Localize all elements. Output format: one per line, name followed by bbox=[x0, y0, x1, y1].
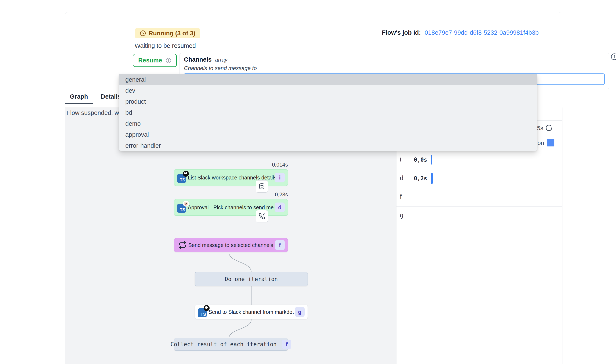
dropdown-option-general[interactable]: general bbox=[119, 74, 537, 85]
node-duration: 0,014s bbox=[246, 162, 288, 168]
timeline-row[interactable]: g bbox=[396, 207, 562, 225]
dropdown-option-demo[interactable]: demo bbox=[119, 118, 537, 129]
flow-node-send-to-slack-channel[interactable]: TS Send to Slack channel from markdo… g bbox=[195, 305, 308, 319]
timeline-execution-bar bbox=[431, 155, 432, 165]
node-duration: 0,23s bbox=[246, 192, 288, 198]
deno-logo-icon bbox=[183, 170, 189, 177]
loop-icon bbox=[178, 241, 186, 249]
node-label: Collect result of each iteration bbox=[170, 341, 277, 348]
timeline-step-id: d bbox=[400, 174, 404, 182]
field-type: array bbox=[215, 56, 228, 63]
node-step-badge: i bbox=[275, 173, 285, 182]
resume-button[interactable]: Resume bbox=[133, 54, 177, 67]
field-header: Channels array bbox=[184, 56, 228, 63]
node-step-badge: g bbox=[295, 307, 305, 317]
flow-node-do-one-iteration[interactable]: Do one iteration bbox=[195, 272, 308, 286]
active-tab-underline bbox=[65, 103, 93, 104]
timeline-step-duration: 0,2s bbox=[414, 175, 427, 182]
field-label: Channels bbox=[184, 56, 212, 63]
flow-node-approval-pick-channels[interactable]: TS Approval - Pick channels to send me… … bbox=[174, 199, 288, 216]
info-icon bbox=[166, 58, 171, 64]
tab-graph[interactable]: Graph bbox=[70, 93, 88, 100]
bun-logo-icon bbox=[183, 200, 189, 207]
dropdown-option-bd[interactable]: bd bbox=[119, 107, 537, 118]
node-label: List Slack workspace channels details bbox=[188, 175, 275, 181]
clock-icon bbox=[140, 30, 146, 36]
typescript-deno-icon: TS bbox=[198, 307, 209, 317]
node-step-badge: d bbox=[275, 203, 285, 212]
timeline-row[interactable]: f bbox=[396, 188, 562, 207]
dropdown-option-error-handler[interactable]: error-handler bbox=[119, 140, 537, 151]
dropdown-option-dev[interactable]: dev bbox=[119, 85, 537, 96]
node-step-badge: f bbox=[282, 340, 291, 349]
typescript-deno-icon: TS bbox=[177, 172, 188, 183]
node-label: Send to Slack channel from markdo… bbox=[209, 309, 295, 315]
cached-result-icon[interactable] bbox=[256, 180, 268, 193]
status-text: Running (3 of 3) bbox=[149, 30, 195, 37]
tab-details[interactable]: Details bbox=[101, 93, 121, 100]
resume-button-label: Resume bbox=[138, 57, 162, 64]
field-description: Channels to send message to bbox=[184, 65, 257, 72]
flow-node-collect-result[interactable]: Collect result of each iteration f bbox=[174, 338, 288, 351]
job-id-link[interactable]: 018e79e7-99dd-d6f8-5232-0a99981f4b3b bbox=[425, 29, 539, 36]
typescript-bun-icon: TS bbox=[177, 202, 188, 213]
node-label: Do one iteration bbox=[225, 276, 278, 282]
timeline-row[interactable]: i 0,0s bbox=[396, 150, 562, 169]
timeline-step-duration: 0,0s bbox=[414, 156, 427, 163]
waiting-text: Waiting to be resumed bbox=[135, 42, 196, 49]
dropdown-option-approval[interactable]: approval bbox=[119, 129, 537, 140]
node-label: Approval - Pick channels to send me… bbox=[188, 204, 275, 210]
dropdown-option-product[interactable]: product bbox=[119, 96, 537, 107]
status-card: Running (3 of 3) Flow's job Id: 018e79e7… bbox=[65, 12, 561, 83]
suspend-approval-icon[interactable] bbox=[256, 210, 268, 222]
job-id-label: Flow's job Id: bbox=[382, 29, 421, 36]
node-label: Send message to selected channels bbox=[186, 242, 275, 248]
timeline-step-id: i bbox=[400, 156, 401, 163]
flow-node-list-slack-channels[interactable]: TS List Slack workspace channels details… bbox=[174, 169, 288, 186]
job-id-row: Flow's job Id: 018e79e7-99dd-d6f8-5232-0… bbox=[382, 29, 539, 36]
timeline-step-id: f bbox=[400, 193, 402, 200]
refresh-icon[interactable] bbox=[545, 124, 553, 132]
node-step-badge: f bbox=[275, 240, 285, 250]
legend-execution-swatch bbox=[547, 139, 554, 146]
status-badge: Running (3 of 3) bbox=[135, 28, 200, 38]
timeline-execution-bar bbox=[431, 173, 433, 184]
deno-logo-icon bbox=[203, 305, 210, 311]
form-info-icon[interactable] bbox=[611, 53, 616, 61]
timeline-row[interactable]: d 0,2s bbox=[396, 169, 562, 188]
channels-suggestions-dropdown: general dev product bd demo approval err… bbox=[119, 74, 537, 151]
flow-node-forloop-send-message[interactable]: Send message to selected channels f bbox=[174, 238, 288, 252]
legend-execution-text: on bbox=[537, 140, 544, 146]
timeline-step-id: g bbox=[400, 212, 404, 219]
refresh-interval-text: 5s bbox=[537, 125, 543, 132]
